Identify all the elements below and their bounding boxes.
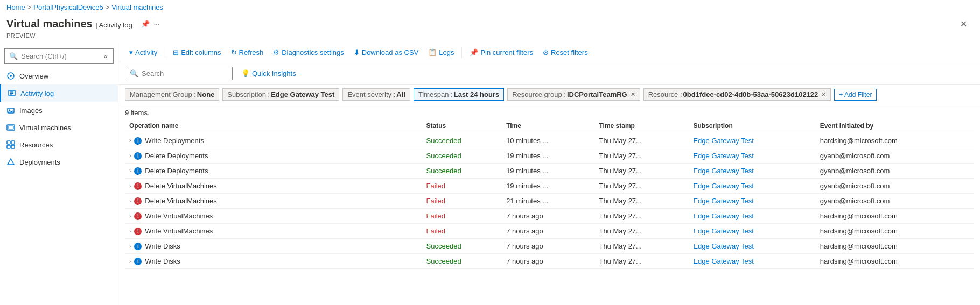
operation-name: Delete VirtualMachines bbox=[145, 197, 216, 205]
reset-icon: ⊘ bbox=[543, 48, 549, 56]
cell-initiated-by: hardsing@microsoft.com bbox=[816, 239, 974, 254]
subscription-link[interactable]: Edge Gateway Test bbox=[693, 242, 754, 250]
quick-insights-button[interactable]: 💡 Quick Insights bbox=[237, 67, 300, 80]
status-icon: ! bbox=[134, 228, 142, 235]
subscription-link[interactable]: Edge Gateway Test bbox=[693, 197, 754, 205]
operation-name: Delete Deployments bbox=[145, 152, 208, 160]
operation-name: Write VirtualMachines bbox=[145, 212, 213, 220]
row-chevron[interactable]: › bbox=[129, 243, 131, 249]
row-chevron[interactable]: › bbox=[129, 168, 131, 174]
row-chevron[interactable]: › bbox=[129, 183, 131, 189]
cell-timestamp: Thu May 27... bbox=[594, 133, 689, 148]
filter-label: Management Group : bbox=[130, 90, 196, 98]
logs-button[interactable]: 📋 Logs bbox=[424, 46, 458, 59]
sidebar-item-resources[interactable]: Resources bbox=[0, 136, 118, 153]
row-chevron[interactable]: › bbox=[129, 198, 131, 204]
filter-label: Resource group : bbox=[512, 90, 566, 98]
refresh-button[interactable]: ↻ Refresh bbox=[227, 46, 268, 59]
cell-timestamp: Thu May 27... bbox=[594, 224, 689, 239]
columns-icon: ⊞ bbox=[173, 48, 179, 56]
row-chevron[interactable]: › bbox=[129, 228, 131, 234]
filter-chip-timespan[interactable]: Timespan : Last 24 hours bbox=[414, 88, 504, 101]
subscription-link[interactable]: Edge Gateway Test bbox=[693, 167, 754, 175]
cell-timestamp: Thu May 27... bbox=[594, 254, 689, 269]
chevron-down-icon: ▾ bbox=[129, 48, 133, 56]
download-csv-button[interactable]: ⬇ Download as CSV bbox=[349, 46, 423, 59]
sidebar-item-virtual-machines[interactable]: Virtual machines bbox=[0, 119, 118, 136]
cell-operation: › i Write Disks bbox=[125, 254, 422, 269]
operation-name: Write Disks bbox=[145, 242, 180, 250]
subscription-link[interactable]: Edge Gateway Test bbox=[693, 137, 754, 145]
sidebar-item-activity-log[interactable]: Activity log bbox=[0, 84, 118, 102]
cell-subscription: Edge Gateway Test bbox=[689, 209, 815, 224]
col-subscription: Subscription bbox=[689, 119, 815, 133]
filter-chip-event-severity[interactable]: Event severity : All bbox=[342, 88, 410, 101]
edit-columns-button[interactable]: ⊞ Edit columns bbox=[169, 46, 225, 59]
status-icon: ! bbox=[134, 197, 142, 205]
sidebar-search-input[interactable] bbox=[21, 52, 100, 60]
subscription-link[interactable]: Edge Gateway Test bbox=[693, 152, 754, 160]
collapse-icon[interactable]: « bbox=[103, 51, 109, 61]
add-filter-button[interactable]: + Add Filter bbox=[834, 89, 877, 101]
breadcrumb-home[interactable]: Home bbox=[6, 3, 25, 11]
lightbulb-icon: 💡 bbox=[241, 69, 250, 77]
table-row: › ! Delete VirtualMachines Failed 19 min… bbox=[125, 179, 974, 194]
active-filters-bar: Management Group : None Subscription : E… bbox=[118, 85, 980, 104]
subscription-link[interactable]: Edge Gateway Test bbox=[693, 227, 754, 235]
row-chevron[interactable]: › bbox=[129, 153, 131, 159]
cell-subscription: Edge Gateway Test bbox=[689, 133, 815, 148]
overview-icon bbox=[6, 72, 15, 80]
table-row: › ! Delete VirtualMachines Failed 21 min… bbox=[125, 194, 974, 209]
subscription-link[interactable]: Edge Gateway Test bbox=[693, 212, 754, 220]
pin-icon[interactable]: 📌 bbox=[141, 20, 150, 28]
sidebar-item-deployments[interactable]: Deployments bbox=[0, 153, 118, 171]
svg-rect-9 bbox=[8, 126, 13, 129]
filter-label: Subscription : bbox=[227, 90, 270, 98]
filter-chip-resource-group[interactable]: Resource group : IDCPortalTeamRG ✕ bbox=[507, 88, 640, 101]
diagnostics-button[interactable]: ⚙ Diagnostics settings bbox=[269, 46, 348, 59]
sidebar-item-label: Virtual machines bbox=[19, 124, 71, 132]
breadcrumb-vms[interactable]: Virtual machines bbox=[111, 3, 163, 11]
gear-icon: ⚙ bbox=[273, 48, 279, 56]
filter-value: All bbox=[396, 90, 405, 98]
cell-status: Failed bbox=[422, 194, 502, 209]
filter-search-input[interactable] bbox=[142, 69, 228, 77]
col-time: Time bbox=[502, 119, 594, 133]
activity-log-icon bbox=[8, 89, 16, 97]
cell-timestamp: Thu May 27... bbox=[594, 148, 689, 164]
svg-rect-13 bbox=[11, 145, 15, 148]
sidebar-item-overview[interactable]: Overview bbox=[0, 67, 118, 84]
filter-chip-resource[interactable]: Resource : 0bd1fdee-cd02-4d0b-53aa-50623… bbox=[643, 88, 831, 101]
cell-operation: › i Write Disks bbox=[125, 239, 422, 254]
filter-remove-icon2[interactable]: ✕ bbox=[821, 91, 826, 98]
col-status: Status bbox=[422, 119, 502, 133]
filter-value: Last 24 hours bbox=[454, 90, 500, 98]
subscription-link[interactable]: Edge Gateway Test bbox=[693, 182, 754, 190]
table-row: › i Delete Deployments Succeeded 19 minu… bbox=[125, 148, 974, 164]
table-row: › i Delete Deployments Succeeded 19 minu… bbox=[125, 164, 974, 179]
subscription-link[interactable]: Edge Gateway Test bbox=[693, 257, 754, 265]
breadcrumb-device[interactable]: PortalPhysicalDevice5 bbox=[33, 3, 103, 11]
cell-time: 19 minutes ... bbox=[502, 179, 594, 194]
cell-subscription: Edge Gateway Test bbox=[689, 164, 815, 179]
search-icon: 🔍 bbox=[9, 52, 18, 60]
cell-initiated-by: hardsing@microsoft.com bbox=[816, 224, 974, 239]
pin-filters-button[interactable]: 📌 Pin current filters bbox=[465, 46, 537, 59]
reset-filters-button[interactable]: ⊘ Reset filters bbox=[538, 46, 592, 59]
toolbar-divider bbox=[165, 47, 165, 58]
cell-time: 10 minutes ... bbox=[502, 133, 594, 148]
row-chevron[interactable]: › bbox=[129, 138, 131, 144]
sidebar-item-images[interactable]: Images bbox=[0, 102, 118, 119]
filter-remove-icon[interactable]: ✕ bbox=[631, 91, 635, 98]
filter-chip-management-group[interactable]: Management Group : None bbox=[125, 88, 219, 101]
status-icon: i bbox=[134, 258, 142, 265]
row-chevron[interactable]: › bbox=[129, 258, 131, 264]
table-row: › ! Write VirtualMachines Failed 7 hours… bbox=[125, 224, 974, 239]
close-button[interactable]: ✕ bbox=[954, 17, 974, 31]
activity-button[interactable]: ▾ Activity bbox=[125, 46, 162, 59]
item-count: 9 items. bbox=[125, 104, 974, 119]
row-chevron[interactable]: › bbox=[129, 213, 131, 219]
filter-chip-subscription[interactable]: Subscription : Edge Gateway Test bbox=[222, 88, 339, 101]
more-icon[interactable]: ··· bbox=[154, 20, 160, 28]
cell-status: Succeeded bbox=[422, 164, 502, 179]
